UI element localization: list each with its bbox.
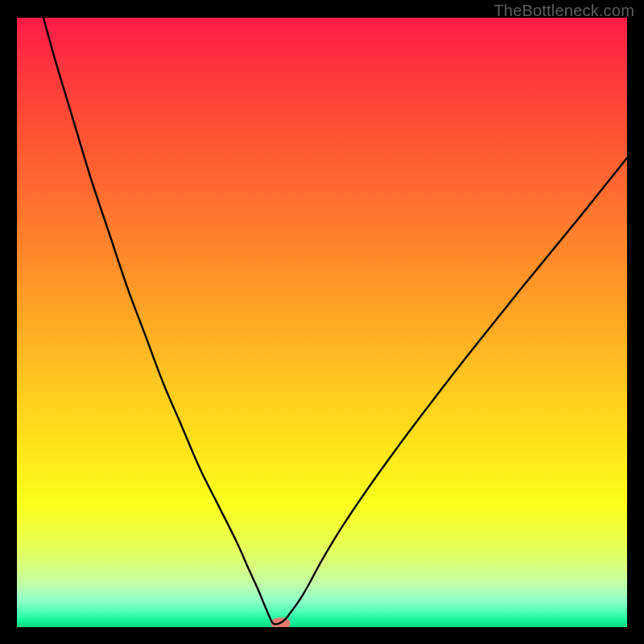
chart-frame: TheBottleneck.com	[0, 0, 644, 644]
gradient-background	[17, 18, 627, 627]
attribution-text: TheBottleneck.com	[493, 2, 634, 20]
plot-area	[17, 18, 627, 627]
chart-svg	[17, 18, 627, 627]
